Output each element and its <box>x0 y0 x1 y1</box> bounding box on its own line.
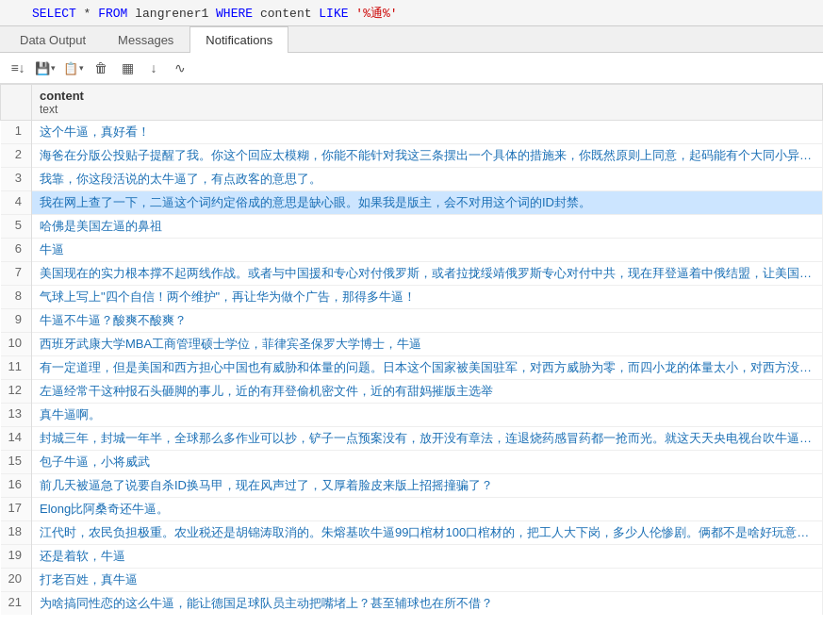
row-number: 17 <box>1 498 32 521</box>
sort-icon: ≡↓ <box>10 60 25 75</box>
table-row[interactable]: 9牛逼不牛逼？酸爽不酸爽？ <box>1 309 823 333</box>
tab-messages[interactable]: Messages <box>102 26 189 53</box>
content-cell: Elong比阿桑奇还牛逼。 <box>31 498 822 521</box>
table-row[interactable]: 14封城三年，封城一年半，全球那么多作业可以抄，铲子一点预案没有，放开没有章法，… <box>1 427 823 451</box>
table-body: 1这个牛逼，真好看！2海爸在分版公投贴子提醒了我。你这个回应太模糊，你能不能针对… <box>1 121 823 616</box>
chart-icon: ∿ <box>174 60 186 75</box>
table-header-row: content text <box>1 85 823 121</box>
content-cell: 气球上写上"四个自信！两个维护"，再让华为做个广告，那得多牛逼！ <box>31 286 822 309</box>
content-cell: 海爸在分版公投贴子提醒了我。你这个回应太模糊，你能不能针对我这三条摆出一个具体的… <box>31 144 822 168</box>
table-row[interactable]: 13真牛逼啊。 <box>1 404 823 427</box>
column-type-content: text <box>40 103 815 116</box>
chart-button[interactable]: ∿ <box>168 57 192 79</box>
column-name-content: content <box>40 89 815 103</box>
copy-icon: 📋 <box>63 61 78 75</box>
content-cell: 为啥搞同性恋的这么牛逼，能让德国足球队员主动把嘴堵上？甚至辅球也在所不借？ <box>31 592 822 616</box>
delete-button[interactable]: 🗑 <box>89 57 113 79</box>
content-cell: 封城三年，封城一年半，全球那么多作业可以抄，铲子一点预案没有，放开没有章法，连退… <box>31 427 822 451</box>
content-cell: 前几天被逼急了说要自杀ID换马甲，现在风声过了，又厚着脸皮来版上招摇撞骗了？ <box>31 474 822 498</box>
save-dropdown[interactable]: 💾 ▾ <box>32 58 58 78</box>
table-button[interactable]: ▦ <box>115 57 140 79</box>
table-row[interactable]: 5哈佛是美国左逼的鼻祖 <box>1 215 823 239</box>
row-number: 13 <box>1 404 32 427</box>
sort-button[interactable]: ≡↓ <box>6 57 30 79</box>
table-row[interactable]: 19还是着软，牛逼 <box>1 545 823 569</box>
content-cell: 哈佛是美国左逼的鼻祖 <box>31 215 822 239</box>
table-row[interactable]: 8气球上写上"四个自信！两个维护"，再让华为做个广告，那得多牛逼！ <box>1 286 823 309</box>
save-icon: 💾 <box>35 61 50 75</box>
save-dropdown-arrow: ▾ <box>51 63 56 73</box>
row-number: 14 <box>1 427 32 451</box>
table-icon: ▦ <box>122 60 134 75</box>
content-cell: 有一定道理，但是美国和西方担心中国也有威胁和体量的问题。日本这个国家被美国驻军，… <box>31 356 822 380</box>
row-number: 7 <box>1 262 32 286</box>
table-row[interactable]: 7美国现在的实力根本撑不起两线作战。或者与中国援和专心对付俄罗斯，或者拉拢绥靖俄… <box>1 262 823 286</box>
row-number: 18 <box>1 521 32 545</box>
toolbar: ≡↓ 💾 ▾ 📋 ▾ 🗑 ▦ ↓ ∿ <box>0 53 823 84</box>
content-cell: 西班牙武康大学MBA工商管理硕士学位，菲律宾圣保罗大学博士，牛逼 <box>31 333 822 356</box>
content-cell: 包子牛逼，小将威武 <box>31 451 822 474</box>
row-number: 3 <box>1 168 32 191</box>
table-row[interactable]: 2海爸在分版公投贴子提醒了我。你这个回应太模糊，你能不能针对我这三条摆出一个具体… <box>1 144 823 168</box>
row-number: 9 <box>1 309 32 333</box>
content-cell: 左逼经常干这种报石头砸脚的事儿，近的有拜登偷机密文件，近的有甜妈摧版主选举 <box>31 380 822 404</box>
content-column-header: content text <box>31 85 822 121</box>
table-row[interactable]: 16前几天被逼急了说要自杀ID换马甲，现在风声过了，又厚着脸皮来版上招摇撞骗了？ <box>1 474 823 498</box>
row-number: 16 <box>1 474 32 498</box>
results-table-container: content text 1这个牛逼，真好看！2海爸在分版公投贴子提醒了我。你这… <box>0 84 823 615</box>
table-row[interactable]: 1这个牛逼，真好看！ <box>1 121 823 144</box>
sql-code: SELECT * FROM langrener1 WHERE content L… <box>32 5 398 22</box>
tab-notifications[interactable]: Notifications <box>189 26 288 53</box>
table-row[interactable]: 3我靠，你这段活说的太牛逼了，有点政客的意思了。 <box>1 168 823 191</box>
content-cell: 牛逼不牛逼？酸爽不酸爽？ <box>31 309 822 333</box>
download-icon: ↓ <box>151 60 157 75</box>
tab-data-output[interactable]: Data Output <box>4 26 102 53</box>
content-cell: 我靠，你这段活说的太牛逼了，有点政客的意思了。 <box>31 168 822 191</box>
content-cell: 真牛逼啊。 <box>31 404 822 427</box>
row-number: 2 <box>1 144 32 168</box>
row-number: 1 <box>1 121 32 144</box>
tab-bar: Data Output Messages Notifications <box>0 26 823 53</box>
content-cell: 打老百姓，真牛逼 <box>31 569 822 592</box>
content-cell: 美国现在的实力根本撑不起两线作战。或者与中国援和专心对付俄罗斯，或者拉拢绥靖俄罗… <box>31 262 822 286</box>
content-cell: 我在网上查了一下，二逼这个词约定俗成的意思是缺心眼。如果我是版主，会不对用这个词… <box>31 191 822 215</box>
row-number-header <box>1 85 32 121</box>
table-row[interactable]: 18江代时，农民负担极重。农业税还是胡锦涛取消的。朱熔基吹牛逼99口棺材100口… <box>1 521 823 545</box>
content-cell: 牛逼 <box>31 239 822 262</box>
content-cell: 江代时，农民负担极重。农业税还是胡锦涛取消的。朱熔基吹牛逼99口棺材100口棺材… <box>31 521 822 545</box>
row-number: 20 <box>1 569 32 592</box>
table-row[interactable]: 11有一定道理，但是美国和西方担心中国也有威胁和体量的问题。日本这个国家被美国驻… <box>1 356 823 380</box>
download-button[interactable]: ↓ <box>141 57 166 79</box>
row-number: 15 <box>1 451 32 474</box>
table-row[interactable]: 6牛逼 <box>1 239 823 262</box>
row-number: 6 <box>1 239 32 262</box>
content-cell: 这个牛逼，真好看！ <box>31 121 822 144</box>
row-number: 5 <box>1 215 32 239</box>
table-row[interactable]: 17Elong比阿桑奇还牛逼。 <box>1 498 823 521</box>
row-number: 12 <box>1 380 32 404</box>
table-row[interactable]: 12左逼经常干这种报石头砸脚的事儿，近的有拜登偷机密文件，近的有甜妈摧版主选举 <box>1 380 823 404</box>
results-table: content text 1这个牛逼，真好看！2海爸在分版公投贴子提醒了我。你这… <box>0 84 823 615</box>
copy-dropdown[interactable]: 📋 ▾ <box>60 58 87 78</box>
row-number: 11 <box>1 356 32 380</box>
table-row[interactable]: 20打老百姓，真牛逼 <box>1 569 823 592</box>
row-number: 19 <box>1 545 32 569</box>
table-row[interactable]: 15包子牛逼，小将威武 <box>1 451 823 474</box>
row-number: 10 <box>1 333 32 356</box>
row-number: 8 <box>1 286 32 309</box>
copy-dropdown-arrow: ▾ <box>79 63 84 73</box>
content-cell: 还是着软，牛逼 <box>31 545 822 569</box>
table-row[interactable]: 4我在网上查了一下，二逼这个词约定俗成的意思是缺心眼。如果我是版主，会不对用这个… <box>1 191 823 215</box>
sql-editor-bar: SELECT * FROM langrener1 WHERE content L… <box>0 0 823 26</box>
table-row[interactable]: 21为啥搞同性恋的这么牛逼，能让德国足球队员主动把嘴堵上？甚至辅球也在所不借？ <box>1 592 823 616</box>
table-row[interactable]: 10西班牙武康大学MBA工商管理硕士学位，菲律宾圣保罗大学博士，牛逼 <box>1 333 823 356</box>
row-number: 21 <box>1 592 32 616</box>
delete-icon: 🗑 <box>94 60 107 75</box>
row-number: 4 <box>1 191 32 215</box>
